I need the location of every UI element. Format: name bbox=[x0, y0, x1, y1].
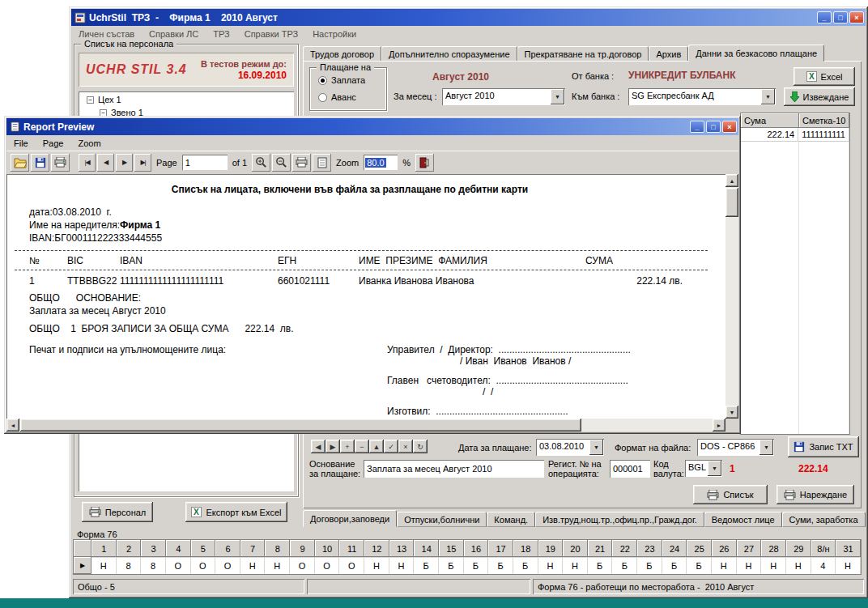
forma76-day-value[interactable]: Н bbox=[761, 557, 786, 574]
payment-reason-input[interactable] bbox=[364, 460, 544, 478]
export-excel-button[interactable]: X Експорт към Excel bbox=[185, 502, 287, 522]
forma76-day-value[interactable]: О bbox=[290, 557, 315, 574]
order-button[interactable]: Нареждане bbox=[777, 485, 854, 504]
forma76-day-value[interactable]: Н bbox=[91, 557, 117, 574]
tab-arhiv[interactable]: Архив bbox=[649, 46, 688, 62]
scroll-right-button[interactable]: ► bbox=[713, 419, 725, 432]
forma76-day-value[interactable]: 8 bbox=[117, 557, 142, 574]
output-button[interactable]: Извеждане bbox=[784, 87, 855, 106]
forma76-day-value[interactable]: Н bbox=[265, 557, 290, 574]
chevron-down-icon[interactable]: ▼ bbox=[589, 440, 603, 455]
vertical-scrollbar[interactable]: ▲ ▼ bbox=[725, 174, 738, 419]
radio-advance[interactable]: Аванс bbox=[318, 92, 386, 102]
forma76-day-value[interactable]: Н bbox=[240, 557, 266, 574]
zoom-input[interactable]: 80.0 bbox=[364, 155, 398, 170]
tab-dogovori-zapovedi[interactable]: Договори,заповеди bbox=[303, 510, 397, 527]
forma76-day-value[interactable]: 8 bbox=[141, 557, 166, 574]
forma76-day-value[interactable]: Н bbox=[563, 557, 588, 574]
maximize-button[interactable]: □ bbox=[706, 121, 721, 133]
horizontal-scrollbar[interactable]: ◄ ► bbox=[6, 419, 725, 432]
page-view-button[interactable] bbox=[313, 154, 331, 172]
forma76-day-value[interactable]: О bbox=[215, 557, 240, 574]
scroll-down-button[interactable]: ▼ bbox=[725, 406, 738, 419]
tab-trudov-dogovor[interactable]: Трудов договор bbox=[303, 46, 381, 62]
page-nav-button[interactable]: ▶| bbox=[134, 154, 151, 172]
forma76-day-value[interactable]: Б bbox=[588, 557, 613, 574]
navigator-button[interactable]: × bbox=[398, 440, 413, 453]
zoom-in-button[interactable] bbox=[252, 154, 270, 172]
accounts-grid-row[interactable]: 222.14 1111111111 bbox=[741, 128, 849, 142]
menu-item[interactable]: File bbox=[6, 137, 36, 150]
radio-salary[interactable]: Заплата bbox=[318, 75, 386, 85]
forma76-day-value[interactable]: О bbox=[339, 557, 364, 574]
forma76-day-value[interactable]: Н bbox=[389, 557, 415, 574]
open-button[interactable] bbox=[11, 154, 29, 172]
forma76-day-value[interactable]: О bbox=[191, 557, 216, 574]
page-number-input[interactable] bbox=[182, 155, 228, 170]
maximize-button[interactable]: □ bbox=[833, 11, 848, 23]
horizontal-scrollbar-thumb[interactable] bbox=[20, 419, 581, 432]
payment-date-combobox[interactable]: 03.08.2010 ▼ bbox=[536, 439, 604, 456]
chevron-down-icon[interactable]: ▼ bbox=[708, 461, 721, 476]
forma76-day-value[interactable]: Н bbox=[737, 557, 762, 574]
page-nav-button[interactable]: ▶ bbox=[116, 154, 133, 172]
tab-otpuski-bolnichni[interactable]: Отпуски,болнични bbox=[397, 512, 487, 527]
navigator-button[interactable]: ◀ bbox=[311, 440, 326, 453]
exit-button[interactable] bbox=[415, 154, 434, 172]
radio-advance-icon[interactable] bbox=[318, 93, 327, 102]
close-button[interactable]: × bbox=[722, 121, 737, 133]
forma76-day-value[interactable]: Н bbox=[786, 557, 811, 574]
navigator-button[interactable]: ↻ bbox=[413, 440, 428, 453]
chevron-down-icon[interactable]: ▼ bbox=[760, 440, 773, 455]
forma76-day-value[interactable]: Б bbox=[414, 557, 439, 574]
forma76-day-value[interactable]: Б bbox=[464, 557, 489, 574]
forma76-day-value[interactable]: Б bbox=[637, 557, 662, 574]
zoom-out-button[interactable] bbox=[272, 154, 291, 172]
chevron-down-icon[interactable]: ▼ bbox=[551, 89, 564, 104]
forma76-day-value[interactable]: Б bbox=[488, 557, 513, 574]
menu-item[interactable]: Настройки bbox=[305, 28, 364, 40]
forma76-day-value[interactable]: Н bbox=[712, 557, 737, 574]
navigator-button[interactable]: − bbox=[355, 440, 369, 453]
navigator-button[interactable]: ▶ bbox=[326, 440, 340, 453]
tree-item-workshop[interactable]: − Цех 1 bbox=[79, 91, 294, 104]
page-nav-button[interactable]: ◀ bbox=[97, 154, 114, 172]
forma76-day-value[interactable]: Б bbox=[513, 557, 538, 574]
forma76-day-value[interactable]: Б bbox=[439, 557, 464, 574]
operation-regno-input[interactable] bbox=[610, 460, 650, 478]
tab-izv-trud[interactable]: Изв.труд,нощ.тр.,офиц.пр.,Гражд.дог. bbox=[535, 512, 704, 527]
excel-button[interactable]: X Excel bbox=[794, 67, 855, 86]
cell-smetka10[interactable]: 1111111111 bbox=[798, 128, 849, 142]
file-format-combobox[interactable]: DOS - CP866 ▼ bbox=[697, 439, 774, 456]
navigator-button[interactable]: + bbox=[340, 440, 355, 453]
menu-item[interactable]: ТРЗ bbox=[206, 28, 236, 40]
menu-item[interactable]: Zoom bbox=[70, 137, 108, 150]
report-titlebar[interactable]: Report Preview _ □ × bbox=[6, 118, 738, 135]
scroll-left-button[interactable]: ◄ bbox=[6, 419, 19, 432]
forma76-day-value[interactable]: Б bbox=[612, 557, 637, 574]
print-setup-button[interactable] bbox=[292, 154, 311, 172]
minimize-button[interactable]: _ bbox=[690, 121, 704, 133]
bank-combobox[interactable]: SG Експресбанк АД ▼ bbox=[628, 88, 776, 105]
forma76-day-value[interactable]: Б bbox=[662, 557, 687, 574]
minimize-button[interactable]: _ bbox=[817, 11, 832, 23]
forma76-day-value[interactable]: 4 bbox=[811, 557, 836, 574]
tab-dop-sporazumenie[interactable]: Допълнително споразумение bbox=[381, 46, 517, 62]
menu-item[interactable]: Page bbox=[36, 137, 71, 150]
chevron-down-icon[interactable]: ▼ bbox=[761, 89, 775, 104]
menu-item[interactable]: Справки ТРЗ bbox=[237, 28, 305, 40]
navigator-button[interactable]: ▲ bbox=[369, 440, 384, 453]
tab-sumi-zarabotka[interactable]: Суми, заработка bbox=[782, 512, 866, 527]
print-button[interactable] bbox=[51, 154, 70, 172]
save-txt-button[interactable]: Запис TXT bbox=[788, 436, 859, 457]
list-button[interactable]: Списък bbox=[693, 485, 768, 504]
forma76-day-value[interactable]: О bbox=[166, 557, 191, 574]
save-button[interactable] bbox=[31, 154, 49, 172]
forma76-day-value[interactable]: Н bbox=[364, 557, 389, 574]
tab-bezkasovo-plashtane[interactable]: Данни за безкасово плащане bbox=[688, 45, 824, 62]
vertical-scrollbar-thumb[interactable] bbox=[725, 188, 738, 217]
radio-salary-icon[interactable] bbox=[318, 76, 327, 85]
personal-button[interactable]: Персонал bbox=[82, 502, 153, 522]
currency-combobox[interactable]: BGL ▼ bbox=[685, 460, 722, 477]
forma76-day-value[interactable]: О bbox=[315, 557, 340, 574]
